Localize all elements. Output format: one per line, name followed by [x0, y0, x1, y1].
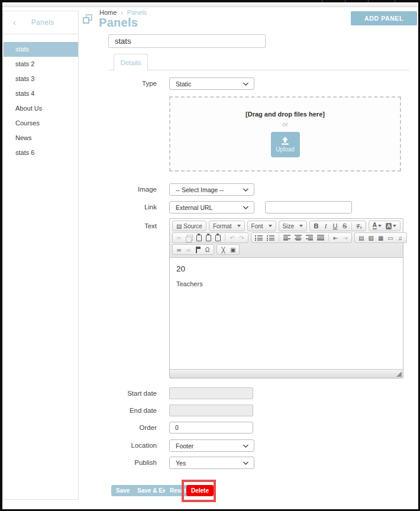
format-combo[interactable]: Format [209, 221, 245, 231]
align-right-icon[interactable] [306, 234, 313, 242]
background-color-a: A [386, 223, 392, 229]
editor-body-text: Teachers [176, 280, 396, 287]
resize-grip-icon[interactable] [396, 371, 402, 377]
rich-text-editor: ▤ Source Format Font Size B [169, 218, 403, 379]
align-center-icon[interactable] [295, 234, 302, 242]
show-blocks-icon[interactable]: ▣ [230, 245, 235, 254]
tab-details[interactable]: Details [114, 54, 148, 71]
insert-table-icon[interactable]: ▦ [378, 234, 383, 242]
page-break-icon[interactable]: ▤ [358, 234, 364, 242]
text-color-icon[interactable]: A [373, 222, 382, 230]
editor-content[interactable]: 20 Teachers [170, 258, 403, 369]
align-left-icon[interactable] [283, 234, 290, 242]
sidebar-item-stats-6[interactable]: stats 6 [4, 145, 78, 160]
sidebar-item-stats-3[interactable]: stats 3 [4, 72, 78, 86]
type-select-value: Static [176, 80, 191, 88]
type-select[interactable]: Static [169, 77, 254, 90]
location-label: Location [97, 439, 157, 452]
duplicate-icon[interactable] [83, 14, 93, 25]
sidebar-item-courses[interactable]: Courses [4, 116, 78, 131]
indent-icon[interactable]: ⇥ [343, 234, 348, 242]
editor-toolbar: ▤ Source Format Font Size B [170, 219, 403, 258]
paste-icon[interactable] [196, 234, 202, 242]
end-date-label: End date [97, 405, 157, 417]
special-character-icon[interactable]: Ω [205, 245, 210, 254]
delete-button[interactable]: Delete [186, 485, 214, 496]
paste-plain-text-icon[interactable] [206, 234, 211, 242]
chevron-down-icon [243, 442, 249, 448]
background-color-icon[interactable]: A [386, 222, 397, 230]
numbered-list-icon[interactable] [255, 234, 263, 242]
bullet-list-icon[interactable] [267, 234, 274, 242]
dropzone-text: [Drag and drop files here] [245, 111, 325, 118]
align-justify-icon[interactable] [317, 234, 324, 242]
back-chevron-icon[interactable]: ‹ [13, 18, 16, 27]
order-input[interactable] [169, 422, 253, 434]
font-combo[interactable]: Font [247, 221, 276, 231]
format-combo-label: Format [213, 223, 232, 229]
insert-image-icon[interactable]: ▧ [368, 234, 373, 242]
undo-icon[interactable]: ↶ [230, 234, 235, 242]
image-label: Image [97, 183, 157, 196]
location-row: Location Footer [97, 439, 409, 452]
link-icon[interactable]: ∞ [176, 245, 182, 254]
cut-icon[interactable]: ✂ [176, 234, 182, 242]
sidebar-item-stats[interactable]: stats [4, 42, 78, 57]
sidebar-item-about-us[interactable]: About Us [4, 101, 78, 116]
sidebar-header[interactable]: ‹ Panels [4, 11, 78, 34]
sidebar-item-news[interactable]: News [4, 131, 78, 145]
outdent-icon[interactable]: ⇤ [333, 234, 338, 242]
text-label: Text [97, 220, 157, 232]
toolbar-row-3: ∞ ∞ Ω ╳ ▣ [172, 244, 401, 256]
publish-select[interactable]: Yes [169, 457, 254, 469]
browser-chrome-bar [0, 0, 420, 2]
tab-bar: Details [109, 54, 409, 70]
maximize-icon[interactable]: ╳ [221, 245, 226, 254]
file-dropzone[interactable]: [Drag and drop files here] or Upload [169, 96, 401, 172]
source-button[interactable]: ▤ Source [176, 222, 202, 230]
image-select[interactable]: -- Select Image -- [169, 183, 254, 196]
chevron-down-icon [243, 80, 249, 86]
location-select[interactable]: Footer [169, 439, 254, 452]
chevron-down-icon [269, 225, 272, 227]
link-url-input[interactable] [265, 201, 352, 214]
unlink-icon[interactable]: ∞ [186, 245, 191, 254]
publish-label: Publish [97, 457, 157, 469]
strikethrough-icon[interactable]: S [342, 222, 347, 230]
audio-icon[interactable]: ♫ [398, 234, 403, 242]
panel-name-input[interactable] [108, 34, 266, 48]
bold-icon[interactable]: B [314, 222, 319, 230]
breadcrumb-home-link[interactable]: Home [99, 9, 117, 16]
sidebar-item-stats-2[interactable]: stats 2 [4, 57, 78, 72]
publish-select-value: Yes [176, 460, 186, 467]
add-panel-button[interactable]: ADD PANEL [351, 11, 417, 25]
order-row: Order [97, 422, 409, 434]
chevron-down-icon [243, 460, 249, 465]
page-top-strip [0, 2, 420, 7]
upload-button[interactable]: Upload [271, 132, 300, 157]
font-combo-label: Font [251, 223, 263, 229]
remove-format-icon[interactable]: T x [356, 222, 362, 230]
italic-icon[interactable]: I [323, 222, 328, 230]
save-button[interactable]: Save [111, 485, 134, 496]
end-date-input[interactable] [169, 405, 253, 416]
type-label: Type [97, 77, 157, 90]
redo-icon[interactable]: ↷ [239, 234, 244, 242]
size-combo-label: Size [283, 223, 294, 229]
sidebar-item-stats-4[interactable]: stats 4 [4, 86, 78, 101]
editor-footer-bar [170, 369, 403, 378]
start-date-input[interactable] [169, 387, 253, 399]
underline-icon[interactable]: U [332, 222, 338, 230]
link-row: Link External URL [97, 201, 409, 214]
copy-icon[interactable] [186, 234, 192, 242]
anchor-flag-icon[interactable] [195, 245, 201, 254]
link-type-select[interactable]: External URL [169, 201, 254, 214]
iframe-icon[interactable]: ▭ [387, 234, 393, 242]
toolbar-row-2: ✂ ↶ ↷ ⇤ [172, 232, 401, 244]
size-combo[interactable]: Size [279, 221, 307, 231]
sidebar-item-list: stats stats 2 stats 3 stats 4 About Us C… [4, 42, 78, 160]
breadcrumb-current[interactable]: Panels [127, 9, 147, 16]
app-window: ‹ Panels stats stats 2 stats 3 stats 4 A… [0, 0, 420, 511]
start-date-row: Start date [97, 387, 409, 400]
paste-from-word-icon[interactable] [215, 234, 221, 242]
